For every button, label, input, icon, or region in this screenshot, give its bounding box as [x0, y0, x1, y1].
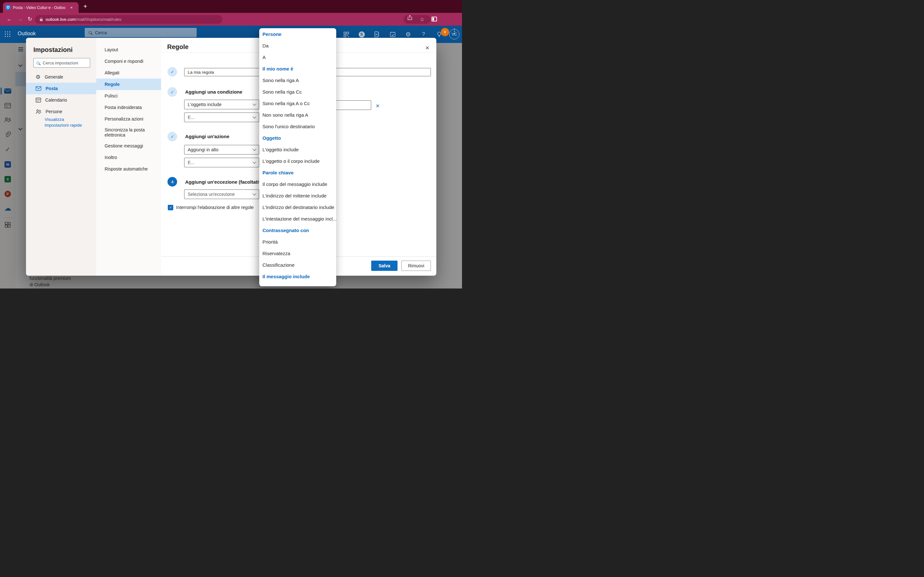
menu-item-oggetto-corpo[interactable]: L'oggetto o il corpo include — [259, 155, 336, 167]
check-icon: ✓ — [170, 89, 174, 95]
menu-item-destinatario-include[interactable]: L'indirizzo del destinatario include — [259, 201, 336, 213]
lock-icon — [40, 19, 43, 21]
menu-item-a[interactable]: A — [259, 51, 336, 63]
browser-menu-icon[interactable] — [454, 29, 455, 29]
nav-pulisci[interactable]: Pulisci — [96, 90, 161, 102]
exception-select[interactable]: Seleziona un'eccezione — [184, 189, 259, 199]
menu-item-intestazione-include[interactable]: L'intestazione del messaggio incl... — [259, 213, 336, 224]
menu-header-messaggio-include: Il messaggio include — [259, 271, 336, 282]
menu-item-classificazione[interactable]: Classificazione — [259, 259, 336, 271]
condition-and-select[interactable]: E... — [184, 113, 259, 122]
outlook-brand[interactable]: Outlook — [18, 31, 36, 37]
menu-header-il-mio-nome: Il mio nome è — [259, 63, 336, 74]
people-outline-icon — [36, 109, 41, 114]
settings-title: Impostazioni — [33, 46, 73, 53]
nav-componi[interactable]: Componi e rispondi — [96, 55, 161, 67]
step2-label: Aggiungi una condizione — [185, 89, 242, 95]
settings-search-input[interactable] — [42, 60, 84, 66]
screen: O Posta - Video Cultur-e - Outloo × + ← … — [0, 0, 462, 288]
mail-settings-nav: Layout Componi e rispondi Allegati Regol… — [96, 38, 161, 276]
browser-profile-avatar[interactable]: V — [441, 28, 449, 36]
nav-label: Layout — [105, 47, 118, 52]
nav-posta-indesiderata[interactable]: Posta indesiderata — [96, 102, 161, 113]
menu-item-mittente-include[interactable]: L'indirizzo del mittente include — [259, 190, 336, 201]
remove-condition-icon[interactable]: × — [376, 102, 380, 110]
reload-button[interactable]: ↻ — [27, 16, 32, 23]
svg-text:N: N — [375, 33, 377, 36]
browser-tab[interactable]: O Posta - Video Cultur-e - Outloo × — [3, 2, 79, 13]
app-launcher-icon[interactable] — [5, 31, 10, 37]
action-select[interactable]: Aggiungi in alto — [184, 145, 259, 155]
nav-sincronizza[interactable]: Sincronizza la posta elettronica — [96, 125, 161, 140]
stop-processing-label: Interrompi l'elaborazione di altre regol… — [176, 205, 254, 210]
settings-search-icon — [37, 61, 39, 64]
nav-label: Gestione messaggi — [105, 143, 143, 148]
nav-layout[interactable]: Layout — [96, 44, 161, 55]
settings-search-box[interactable] — [33, 58, 90, 68]
url-text: outlook.live.com/mail/0/options/mail/rul… — [45, 17, 121, 22]
and-value: E... — [188, 115, 194, 120]
nav-regole[interactable]: Regole — [96, 79, 161, 90]
menu-item-riga-a[interactable]: Sono nella riga A — [259, 74, 336, 86]
menu-item-corpo-include[interactable]: Il corpo del messaggio include — [259, 178, 336, 190]
step3-check-circle: ✓ — [168, 132, 177, 141]
menu-header-contrassegnato: Contrassegnato con — [259, 224, 336, 236]
save-button[interactable]: Salva — [371, 261, 397, 271]
cat-label: Persone — [45, 109, 62, 114]
settings-cat-calendario[interactable]: Calendario — [26, 94, 96, 106]
menu-item-riservatezza[interactable]: Riservatezza — [259, 247, 336, 259]
share-icon[interactable] — [407, 15, 412, 20]
calendar-outline-icon — [36, 97, 41, 103]
url-bar[interactable]: outlook.live.com/mail/0/options/mail/rul… — [35, 15, 222, 24]
quick-settings-link[interactable]: Visualizza impostazioni rapide — [45, 117, 82, 128]
step3-label: Aggiungi un'azione — [185, 134, 229, 139]
nav-gestione-messaggi[interactable]: Gestione messaggi — [96, 140, 161, 152]
remove-button[interactable]: Rimuovi — [401, 261, 431, 271]
chevron-down-icon — [252, 115, 256, 118]
settings-cat-generale[interactable]: ⚙ Generale — [26, 71, 96, 83]
menu-header-parole-chiave: Parole chiave — [259, 167, 336, 178]
menu-item-priorita[interactable]: Priorità — [259, 236, 336, 247]
account-avatar[interactable]: VC — [449, 29, 459, 39]
nav-allegati[interactable]: Allegati — [96, 67, 161, 79]
top-search-box[interactable] — [85, 28, 197, 37]
chevron-down-icon — [252, 147, 256, 151]
menu-item-riga-cc[interactable]: Sono nella riga Cc — [259, 86, 336, 97]
outlook-favicon-icon: O — [6, 5, 11, 10]
nav-inoltro[interactable]: Inoltro — [96, 152, 161, 163]
nav-label: Posta indesiderata — [105, 105, 142, 110]
action-and-select[interactable]: E... — [184, 158, 259, 167]
menu-header-persone: Persone — [259, 28, 336, 40]
stop-processing-checkbox[interactable]: ✓ — [168, 205, 173, 210]
cat-label: Calendario — [45, 97, 67, 103]
url-path: /mail/0/options/mail/rules — [75, 17, 121, 22]
side-panel-icon[interactable] — [431, 17, 437, 21]
tab-close-icon[interactable]: × — [70, 5, 73, 10]
dialog-close-icon[interactable]: × — [425, 44, 429, 51]
settings-cat-persone[interactable]: Persone — [26, 106, 96, 117]
nav-risposte-automatiche[interactable]: Risposte automatiche — [96, 163, 161, 175]
url-host: outlook.live.com — [45, 17, 75, 22]
nav-label: Sincronizza la posta elettronica — [105, 127, 153, 137]
step1-check-circle: ✓ — [168, 67, 177, 77]
step2-check-circle: ✓ — [168, 87, 177, 97]
nav-label: Allegati — [105, 70, 120, 75]
rules-title: Regole — [167, 43, 189, 51]
condition-select[interactable]: L'oggetto include — [184, 100, 259, 109]
search-icon — [89, 31, 91, 34]
forward-button[interactable]: → — [17, 16, 23, 23]
settings-cat-posta[interactable]: Posta — [26, 83, 96, 94]
bookmark-star-icon[interactable]: ☆ — [420, 16, 425, 23]
menu-item-non-riga-a[interactable]: Non sono nella riga A — [259, 109, 336, 121]
mail-outline-icon — [36, 86, 41, 91]
search-input[interactable] — [94, 30, 184, 35]
chevron-down-icon — [252, 102, 256, 105]
menu-item-oggetto-include[interactable]: L'oggetto include — [259, 143, 336, 155]
menu-item-da[interactable]: Da — [259, 40, 336, 51]
menu-item-riga-a-o-cc[interactable]: Sono nella riga A o Cc — [259, 97, 336, 109]
menu-item-unico-destinatario[interactable]: Sono l'unico destinatario — [259, 121, 336, 132]
new-tab-button[interactable]: + — [83, 3, 87, 10]
nav-personalizza-azioni[interactable]: Personalizza azioni — [96, 113, 161, 125]
back-button[interactable]: ← — [7, 16, 12, 23]
quick-link-line1: Visualizza — [45, 117, 82, 122]
